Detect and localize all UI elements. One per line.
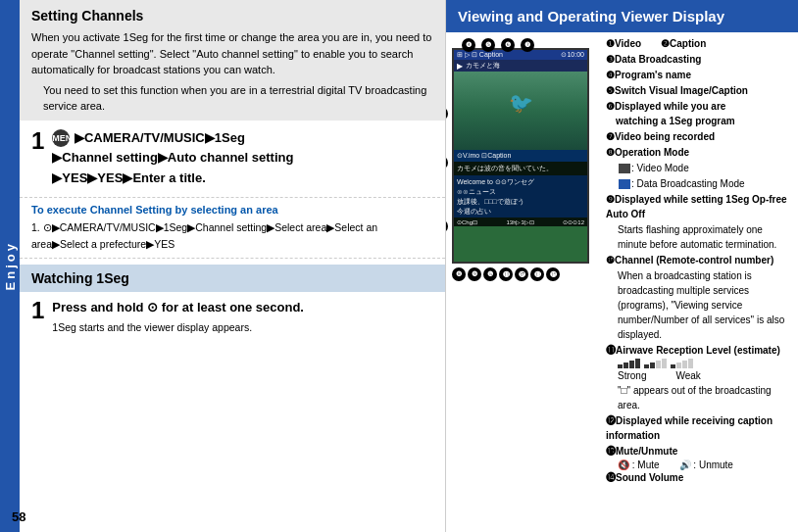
screen-channel-icon: ▶ [457,62,463,71]
mute-icon: 🔇 : Mute [618,459,660,470]
step2-sub: 1Seg starts and the viewer display appea… [52,320,304,336]
step1-line2: ▶Channel setting▶Auto channel setting [52,148,293,169]
info-switch-visual: ❺Switch Visual Image/Caption [606,83,790,98]
signal-mid [644,359,667,368]
ann-3: ❸ [446,219,448,233]
phone-area: ❹ ❺ ❻ ❼ ⊞ ▷ ⊡ Caption ⊙10:00 [446,32,598,532]
video-mode-icon [619,164,630,173]
screen-status-bar: ⊙Chg⊡ 13h▷3▷⊡ ⊙⊙⊙12 [454,218,587,226]
ann-11: ⓫ [499,267,513,281]
enjoy-label: Enjoy [3,241,18,290]
mute-row: 🔇 : Mute 🔊 : Unmute [606,459,790,470]
menu-icon: MENU [52,129,70,147]
screen-time: ⊙10:00 [561,51,584,59]
step1-line1: MENU ▶CAMERA/TV/MUSIC▶1Seg [52,128,293,149]
area-step-title: To execute Channel Setting by selecting … [31,204,433,216]
info-data-broadcasting: ❸Data Broadcasting [606,52,790,67]
info-airwave: ⓫Airwave Reception Level (estimate) [606,343,790,358]
bird-icon: 🐦 [509,91,533,115]
info-data-broadcasting-mode: : Data Broadcasting Mode [606,176,790,191]
step1-block: 1 MENU ▶CAMERA/TV/MUSIC▶1Seg ▶Channel se… [20,121,445,198]
watching-title: Watching 1Seg [31,270,433,286]
ann-2: ❷ [446,156,448,169]
info-channel-remote: ❿Channel (Remote-control number) [606,253,790,267]
step2-block: 1 Press and hold ⊙ for at least one seco… [20,292,445,342]
info-broadcast-area: "□" appears out of the broadcasting area… [606,383,790,412]
area-step-content: 1. ⊙▶CAMERA/TV/MUSIC▶1Seg▶Channel settin… [31,219,433,253]
step2-number: 1 [31,298,44,323]
page-number: 58 [12,509,25,524]
step2-line1: Press and hold ⊙ for at least one second… [52,298,304,318]
info-displayed-while: ❻Displayed while you are watching a 1Seg… [606,99,790,128]
ann-1: ❶ [446,107,448,121]
screen-welcome: Welcome to ⊙⊙ワンセグ ⊙⊙ニュース 放課後、□□□で遊ぼう 今週の… [454,175,587,218]
unmute-icon: 🔊 : Unmute [679,459,733,470]
info-mute: ⓭Mute/Unmute [606,444,790,459]
info-caption-info: ⓬Displayed while receiving caption infor… [606,413,790,443]
ann-13: ⓭ [530,267,544,281]
ann-8: ❽ [452,267,466,281]
step1-content: MENU ▶CAMERA/TV/MUSIC▶1Seg ▶Channel sett… [52,128,293,189]
info-operation-mode: ❽Operation Mode [606,145,790,160]
enjoy-tab: Enjoy [0,0,20,532]
screen-title: カモメと海 [466,61,500,71]
info-channel-desc: When a broadcasting station is broadcast… [606,268,790,342]
screen-text1: カモメは波の音を聞いていた。 [454,162,587,176]
data-broadcasting-icon [619,179,630,189]
right-header: Viewing and Operating Viewer Display [446,0,798,32]
signal-low [671,359,693,368]
watching-block: Watching 1Seg [20,265,445,292]
ann-10: ❿ [483,267,497,281]
phone-screen: ⊞ ▷ ⊡ Caption ⊙10:00 ▶ カモメと海 🐦 [452,48,589,264]
ann-5: ❺ [481,38,495,52]
screen-caption: ⊙V.imo ⊡Caption [454,150,587,162]
step2-content: Press and hold ⊙ for at least one second… [52,298,304,336]
step1-number: 1 [31,128,44,154]
ann-7: ❼ [521,38,534,52]
info-video-recorded: ❼Video being recorded [606,129,790,144]
info-signal-bars [606,359,790,368]
screen-icons: ⊞ ▷ ⊡ Caption [457,51,503,59]
area-step-block: To execute Channel Setting by selecting … [20,198,445,260]
ann-14: ⓮ [546,267,560,281]
ann-9: ❾ [468,267,481,281]
right-panel: Viewing and Operating Viewer Display ❹ ❺… [446,0,798,532]
section1-title: Setting Channels [31,8,433,24]
section1-bullet: You need to set this function when you a… [31,82,433,115]
info-sound-volume: ⓮Sound Volume [606,470,790,485]
setting-channels-header: Setting Channels When you activate 1Seg … [20,0,445,121]
ann-4: ❹ [462,38,475,52]
info-video-mode: : Video Mode [606,161,790,175]
info-video-caption: ❶Video ❷Caption [606,36,790,51]
left-panel: Enjoy Setting Channels When you activate… [0,0,446,532]
ann-6: ❻ [501,38,515,52]
right-content: ❹ ❺ ❻ ❼ ⊞ ▷ ⊡ Caption ⊙10:00 [446,32,798,532]
step1-line3: ▶YES▶YES▶Enter a title. [52,169,293,189]
info-displayed-1seg: ❾Displayed while setting 1Seg Op-free Au… [606,192,790,221]
info-programs-name: ❹Program's name [606,68,790,82]
strong-weak-label: Strong Weak [606,370,790,381]
signal-full [618,359,640,368]
ann-12: ⓬ [515,267,528,281]
info-area: ❶Video ❷Caption ❸Data Broadcasting ❹Prog… [598,32,798,532]
section1-p1: When you activate 1Seg for the first tim… [31,29,433,78]
info-starts-flashing: Starts flashing approximately one minute… [606,222,790,252]
